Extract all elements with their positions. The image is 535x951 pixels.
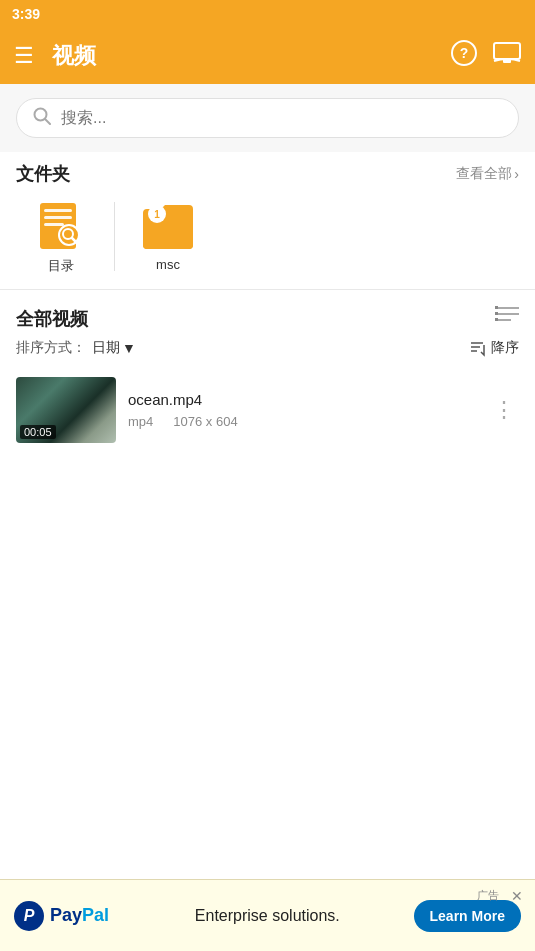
svg-rect-19 xyxy=(495,312,498,315)
folder-icon-msc: 1 xyxy=(138,198,198,253)
folders-row: 目录 1 msc xyxy=(0,194,535,285)
svg-rect-20 xyxy=(495,318,498,321)
search-bar[interactable] xyxy=(16,98,519,138)
help-icon[interactable]: ? xyxy=(451,40,477,72)
search-icon xyxy=(33,107,51,129)
sort-dropdown-icon: ▼ xyxy=(122,340,136,356)
list-view-icon[interactable] xyxy=(495,306,519,331)
sort-order-button[interactable]: 降序 xyxy=(469,339,519,357)
video-meta: mp4 1076 x 604 xyxy=(128,414,477,429)
header-title: 视频 xyxy=(52,41,451,71)
ad-tag: 广告 xyxy=(477,888,499,903)
paypal-logo: P PayPal xyxy=(14,901,109,931)
video-duration: 00:05 xyxy=(20,425,56,439)
paypal-brand-text: PayPal xyxy=(50,905,109,926)
folder-label-catalog: 目录 xyxy=(48,257,74,275)
chevron-right-icon: › xyxy=(514,166,519,182)
video-thumbnail: 00:05 xyxy=(16,377,116,443)
svg-rect-7 xyxy=(44,209,72,212)
all-videos-section-header: 全部视频 xyxy=(0,294,535,335)
svg-rect-18 xyxy=(495,306,498,309)
divider xyxy=(0,289,535,290)
svg-line-5 xyxy=(45,119,50,124)
video-resolution: 1076 x 604 xyxy=(173,414,237,429)
sort-value-text: 日期 xyxy=(92,339,120,357)
svg-text:?: ? xyxy=(460,45,469,61)
status-bar: 3:39 xyxy=(0,0,535,28)
status-time: 3:39 xyxy=(12,6,40,22)
sort-row: 排序方式： 日期 ▼ 降序 xyxy=(0,335,535,365)
sort-value-button[interactable]: 日期 ▼ xyxy=(92,339,136,357)
svg-rect-8 xyxy=(44,216,72,219)
ad-text: Enterprise solutions. xyxy=(121,907,413,925)
folder-label-msc: msc xyxy=(156,257,180,272)
video-name: ocean.mp4 xyxy=(128,391,477,408)
view-all-button[interactable]: 查看全部 › xyxy=(456,165,519,183)
sort-order-label: 降序 xyxy=(491,339,519,357)
table-row[interactable]: 00:05 ocean.mp4 mp4 1076 x 604 ⋮ xyxy=(0,369,535,451)
search-container xyxy=(0,84,535,152)
view-all-label: 查看全部 xyxy=(456,165,512,183)
ad-close-button[interactable]: ✕ xyxy=(511,888,523,904)
folders-section-header: 文件夹 查看全部 › xyxy=(0,152,535,194)
sort-left: 排序方式： 日期 ▼ xyxy=(16,339,136,357)
cast-icon[interactable] xyxy=(493,42,521,70)
header-icons: ? xyxy=(451,40,521,72)
header: ☰ 视频 ? xyxy=(0,28,535,84)
sort-label: 排序方式： xyxy=(16,339,86,357)
folders-title: 文件夹 xyxy=(16,162,70,186)
all-videos-title: 全部视频 xyxy=(16,307,88,331)
learn-more-button[interactable]: Learn More xyxy=(414,900,521,932)
svg-text:1: 1 xyxy=(154,209,160,220)
sort-order-icon xyxy=(469,339,487,357)
folder-item-msc[interactable]: 1 msc xyxy=(123,198,213,275)
svg-rect-2 xyxy=(494,43,520,59)
svg-rect-3 xyxy=(503,59,511,63)
menu-icon[interactable]: ☰ xyxy=(14,43,34,69)
search-input[interactable] xyxy=(61,109,502,127)
folder-separator xyxy=(114,202,115,271)
folder-item-catalog[interactable]: 目录 xyxy=(16,198,106,275)
svg-rect-9 xyxy=(44,223,64,226)
ad-banner: 广告 ✕ P PayPal Enterprise solutions. Lear… xyxy=(0,879,535,951)
video-more-icon[interactable]: ⋮ xyxy=(489,393,519,427)
video-list: 00:05 ocean.mp4 mp4 1076 x 604 ⋮ xyxy=(0,365,535,455)
folder-icon-catalog xyxy=(31,198,91,253)
paypal-p-icon: P xyxy=(14,901,44,931)
video-format: mp4 xyxy=(128,414,153,429)
video-info: ocean.mp4 mp4 1076 x 604 xyxy=(128,391,477,429)
